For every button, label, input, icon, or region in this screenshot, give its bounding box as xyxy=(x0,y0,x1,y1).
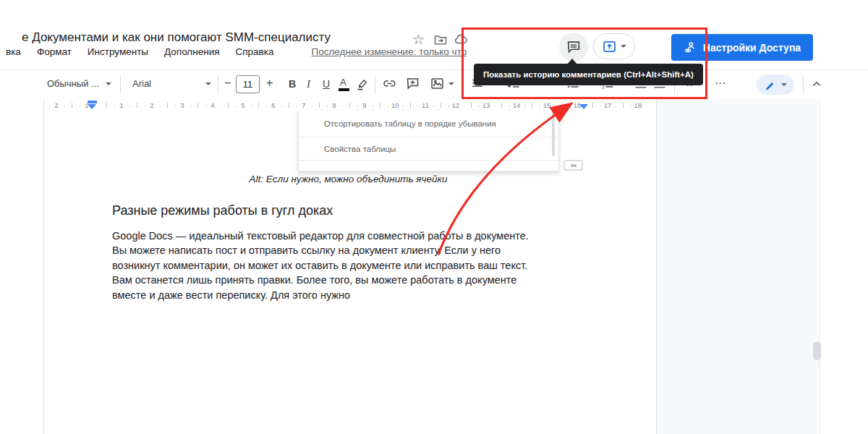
ruler-tick xyxy=(646,106,647,107)
ruler-tick xyxy=(410,103,411,108)
ruler[interactable]: 21123456789101112131415161718 xyxy=(43,100,657,110)
insert-link-button[interactable] xyxy=(382,76,397,94)
ruler-tick xyxy=(137,103,137,108)
menu-item-table-properties[interactable]: Свойства таблицы xyxy=(299,137,558,160)
ruler-tick xyxy=(190,106,192,107)
insert-image-button[interactable] xyxy=(430,76,445,94)
share-settings-button[interactable]: Настройки Доступа xyxy=(671,34,813,61)
toolbar-divider xyxy=(120,75,121,94)
ruler-tick xyxy=(106,103,107,108)
google-docs-window: е Документами и как они помогают SMM-спе… xyxy=(0,0,868,434)
font-dropdown-caret-icon[interactable] xyxy=(205,82,211,85)
ruler-tick xyxy=(494,106,495,107)
menu-item-format[interactable]: Формат xyxy=(37,46,72,57)
menu-item-tools[interactable]: Инструменты xyxy=(88,46,148,57)
ruler-number: 14 xyxy=(513,101,521,109)
image-alt-caption: Alt: Если нужно, можно объединить ячейки xyxy=(112,174,584,184)
ruler-tick xyxy=(327,106,328,107)
ruler-tick xyxy=(312,106,313,107)
style-dropdown[interactable]: Обычный ... xyxy=(47,78,99,89)
ruler-tick xyxy=(236,106,237,107)
ruler-tick xyxy=(289,103,289,108)
ruler-tick xyxy=(592,103,593,108)
image-dropdown-caret-icon[interactable] xyxy=(448,82,454,85)
menu-scrollbar[interactable] xyxy=(552,111,555,156)
ruler-tick xyxy=(388,106,389,107)
link-icon xyxy=(382,76,397,91)
ruler-tick xyxy=(433,106,435,107)
italic-button[interactable]: I xyxy=(307,78,310,90)
pencil-icon xyxy=(765,79,777,91)
increase-font-size-button[interactable]: + xyxy=(266,77,273,90)
menubar: вка Формат Инструменты Дополнения Справк… xyxy=(6,46,467,57)
ruler-tick xyxy=(479,106,480,107)
editing-mode-caret-icon[interactable] xyxy=(781,83,787,86)
font-dropdown[interactable]: Arial xyxy=(132,78,151,89)
menu-item-addons[interactable]: Дополнения xyxy=(164,46,219,57)
ruler-tick xyxy=(403,106,404,107)
share-button-label: Настройки Доступа xyxy=(703,42,801,54)
menu-item-sort-descending[interactable]: Отсортировать таблицу в порядке убывания xyxy=(299,110,558,137)
decrease-font-size-button[interactable]: − xyxy=(224,77,231,90)
ruler-number: 11 xyxy=(422,101,429,109)
cloud-icon xyxy=(453,33,469,47)
page-right-edge xyxy=(656,99,657,434)
ruler-tick xyxy=(509,106,511,107)
present-dropdown-caret-icon[interactable] xyxy=(621,45,626,48)
add-comment-button[interactable] xyxy=(405,76,420,94)
star-icon[interactable]: ☆ xyxy=(412,31,425,48)
ruler-tick xyxy=(540,106,541,107)
toolbar: Обычный ... Arial − 11 + B I U A xyxy=(0,69,868,98)
image-icon xyxy=(430,76,445,91)
text-color-bar xyxy=(339,88,349,91)
ruler-tick xyxy=(80,106,81,107)
table-overflow-dash-icon xyxy=(571,164,576,167)
menu-item-edit[interactable]: вка xyxy=(6,46,21,57)
ruler-number: 3 xyxy=(180,101,184,109)
ruler-tick xyxy=(562,103,563,108)
ruler-tick xyxy=(114,106,116,107)
document-title[interactable]: е Документами и как они помогают SMM-спе… xyxy=(22,30,331,45)
ruler-number: 7 xyxy=(302,101,305,109)
ruler-tick xyxy=(167,103,168,108)
font-size-input[interactable]: 11 xyxy=(236,75,260,93)
ruler-tick xyxy=(64,106,66,107)
menu-divider xyxy=(299,160,558,161)
ruler-tick xyxy=(72,103,72,108)
ruler-tick xyxy=(471,103,472,108)
ruler-number: 8 xyxy=(332,101,336,109)
ruler-tick xyxy=(441,103,441,108)
vertical-scrollbar-thumb[interactable] xyxy=(813,341,821,360)
style-dropdown-caret-icon[interactable] xyxy=(106,82,111,85)
ruler-tick xyxy=(464,106,465,107)
collapse-menus-button[interactable] xyxy=(810,77,823,93)
bold-button[interactable]: B xyxy=(289,78,296,90)
left-indent-marker[interactable] xyxy=(88,104,96,109)
comment-history-tooltip: Показать историю комментариев (Ctrl+Alt+… xyxy=(474,64,703,85)
text-color-button[interactable]: A xyxy=(340,77,346,88)
document-paragraph[interactable]: Google Docs — идеальный текстовый редакт… xyxy=(112,229,590,302)
editing-mode-button[interactable] xyxy=(757,75,794,95)
ruler-tick xyxy=(555,106,556,107)
document-heading[interactable]: Разные режимы работы в гугл доках xyxy=(112,203,333,218)
underline-button[interactable]: U xyxy=(323,78,330,90)
menu-item-help[interactable]: Справка xyxy=(236,46,274,57)
right-indent-marker[interactable] xyxy=(579,104,588,109)
ruler-tick xyxy=(380,103,380,108)
present-button[interactable] xyxy=(593,33,635,59)
ruler-number: 15 xyxy=(543,101,551,109)
ruler-number: 2 xyxy=(54,101,58,109)
table-overflow-widget[interactable] xyxy=(563,160,583,171)
first-line-indent-marker[interactable] xyxy=(88,101,97,103)
comment-history-button[interactable] xyxy=(559,33,588,61)
last-edit-link[interactable]: Последнее изменение: только что xyxy=(312,46,467,57)
more-options-button[interactable]: ⋯ xyxy=(715,77,726,90)
person-link-icon xyxy=(684,41,697,54)
page-left-edge xyxy=(43,99,44,434)
ruler-tick xyxy=(532,103,532,108)
ruler-number: 6 xyxy=(271,101,275,109)
ruler-tick xyxy=(175,106,176,107)
ruler-number: 17 xyxy=(604,101,612,109)
ruler-tick xyxy=(616,106,617,107)
highlight-color-button[interactable] xyxy=(356,77,370,94)
